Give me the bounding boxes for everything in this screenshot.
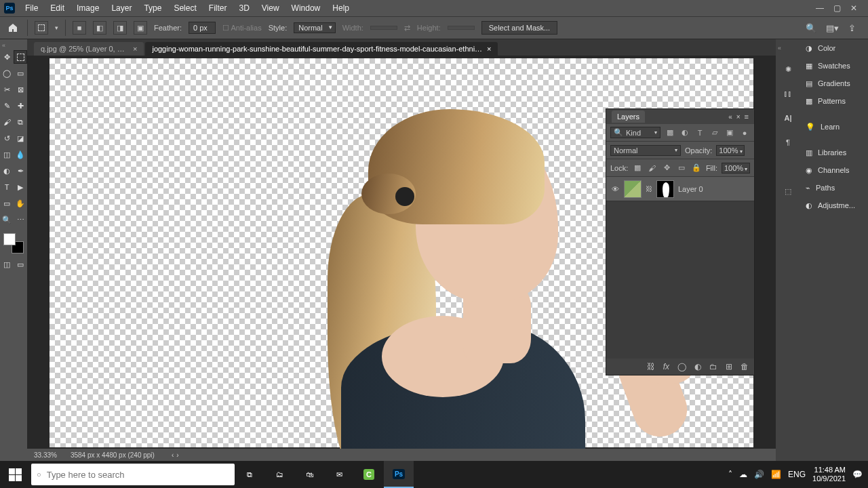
histogram-icon[interactable]: ⫿⫿ <box>781 87 795 100</box>
brush-tool-icon[interactable]: 🖌 <box>0 115 14 129</box>
new-group-icon[interactable]: 🗀 <box>709 362 717 371</box>
layer-fx-icon[interactable]: fx <box>663 362 669 371</box>
menu-file[interactable]: File <box>19 1 44 15</box>
status-prev-icon[interactable]: ‹ <box>172 451 174 459</box>
add-mask-icon[interactable]: ◯ <box>677 362 686 371</box>
rectangle-tool-icon[interactable]: ▭ <box>0 197 14 210</box>
lock-image-icon[interactable]: 🖌 <box>647 163 658 173</box>
menu-type[interactable]: Type <box>138 1 167 15</box>
taskbar-clock[interactable]: 11:48 AM 10/9/2021 <box>812 466 846 483</box>
home-icon[interactable] <box>5 20 20 35</box>
opacity-input[interactable]: 100% <box>716 145 745 156</box>
rectangular-marquee-tool-icon[interactable] <box>14 50 27 64</box>
layers-panel-titlebar[interactable]: Layers « × ≡ <box>606 109 754 124</box>
tray-onedrive-icon[interactable]: ☁ <box>739 470 747 479</box>
layer-mask-thumbnail[interactable] <box>656 180 674 198</box>
filter-toggle-icon[interactable]: ● <box>739 128 750 138</box>
panel-adjustments[interactable]: ◐Adjustme... <box>800 197 868 214</box>
layer-mask-link-icon[interactable]: ⛓ <box>646 185 652 192</box>
menu-select[interactable]: Select <box>167 1 202 15</box>
marquee-tool-preset-icon[interactable] <box>35 21 48 35</box>
search-icon[interactable]: 🔍 <box>806 23 816 33</box>
blend-mode-select[interactable]: Normal <box>610 145 681 156</box>
crop-tool-icon[interactable]: ✂ <box>0 83 14 96</box>
panel-libraries[interactable]: ▥Libraries <box>800 144 868 161</box>
eyedropper-tool-icon[interactable]: ✎ <box>0 99 14 113</box>
filter-smart-icon[interactable]: ▣ <box>724 128 735 138</box>
taskbar-app-mail-icon[interactable]: ✉ <box>324 461 354 488</box>
lasso-tool-icon[interactable]: ◯ <box>0 66 14 80</box>
filter-adjustment-icon[interactable]: ◐ <box>679 128 690 138</box>
tray-volume-icon[interactable]: 🔊 <box>754 470 764 479</box>
document-tab[interactable]: q.jpg @ 25% (Layer 0, RG... × <box>34 42 144 56</box>
quick-mask-icon[interactable]: ◫ <box>0 258 14 271</box>
new-layer-icon[interactable]: ⊞ <box>726 362 732 371</box>
status-next-icon[interactable]: › <box>176 451 178 459</box>
minimize-icon[interactable]: — <box>816 3 824 13</box>
maximize-icon[interactable]: ▢ <box>833 3 841 13</box>
lock-all-icon[interactable]: 🔒 <box>691 163 702 173</box>
filter-type-icon[interactable]: T <box>694 128 705 138</box>
arrange-documents-icon[interactable]: ▤▾ <box>826 23 839 33</box>
frame-tool-icon[interactable]: ⊠ <box>14 83 27 96</box>
menu-window[interactable]: Window <box>285 1 327 15</box>
taskbar-app-store-icon[interactable]: 🛍 <box>294 461 324 488</box>
tab-close-icon[interactable]: × <box>133 45 137 53</box>
menu-help[interactable]: Help <box>326 1 355 15</box>
layer-name[interactable]: Layer 0 <box>678 185 703 193</box>
menu-layer[interactable]: Layer <box>105 1 138 15</box>
link-layers-icon[interactable]: ⛓ <box>647 362 655 371</box>
selection-new-icon[interactable]: ■ <box>73 21 86 35</box>
tray-expand-icon[interactable]: ˄ <box>728 470 732 479</box>
tray-language[interactable]: ENG <box>788 470 806 479</box>
lock-transparency-icon[interactable]: ▩ <box>632 163 643 173</box>
delete-layer-icon[interactable]: 🗑 <box>741 362 749 371</box>
tab-close-icon[interactable]: × <box>487 45 491 53</box>
select-and-mask-button[interactable]: Select and Mask... <box>481 21 558 35</box>
taskbar-app-camtasia-icon[interactable]: C <box>354 461 384 488</box>
taskbar-app-explorer-icon[interactable]: 🗂 <box>264 461 294 488</box>
panel-color[interactable]: ◑Color <box>800 39 868 57</box>
panel-channels[interactable]: ◉Channels <box>800 161 868 179</box>
selection-intersect-icon[interactable]: ▣ <box>134 21 147 35</box>
layer-thumbnail[interactable] <box>624 180 642 198</box>
blur-tool-icon[interactable]: 💧 <box>14 148 27 161</box>
selection-subtract-icon[interactable]: ◨ <box>113 21 127 35</box>
type-tool-icon[interactable]: T <box>0 180 14 194</box>
tray-wifi-icon[interactable]: 📶 <box>771 470 781 479</box>
edit-toolbar-icon[interactable]: ⋯ <box>14 213 27 226</box>
adjustments-icon[interactable]: ✺ <box>781 62 795 76</box>
layer-filter-kind-select[interactable]: 🔍 Kind <box>610 127 660 138</box>
document-tab[interactable]: jogging-woman-running-park-sunshine-beau… <box>145 42 498 56</box>
menu-view[interactable]: View <box>256 1 285 15</box>
path-selection-tool-icon[interactable]: ▶ <box>14 180 27 194</box>
new-adjustment-icon[interactable]: ◐ <box>694 362 701 371</box>
menu-image[interactable]: Image <box>71 1 105 15</box>
taskbar-search-input[interactable] <box>47 470 229 480</box>
gradient-tool-icon[interactable]: ◫ <box>0 148 14 161</box>
object-selection-tool-icon[interactable]: ▭ <box>14 66 27 80</box>
panel-swatches[interactable]: ▦Swatches <box>800 57 868 75</box>
character-icon[interactable]: A| <box>781 111 795 125</box>
panel-close-icon[interactable]: × <box>736 113 741 121</box>
feather-input[interactable]: 0 px <box>189 22 216 34</box>
panel-learn[interactable]: 💡Learn <box>800 118 868 136</box>
layers-panel[interactable]: Layers « × ≡ 🔍 Kind ▩ ◐ T ▱ ▣ ● Normal O… <box>606 108 755 375</box>
clone-stamp-tool-icon[interactable]: ⧉ <box>14 115 27 129</box>
layer-visibility-icon[interactable]: 👁 <box>610 185 620 193</box>
hand-tool-icon[interactable]: ✋ <box>14 197 27 210</box>
paragraph-icon[interactable]: ¶ <box>781 136 795 149</box>
layer-row[interactable]: 👁 ⛓ Layer 0 <box>606 177 754 201</box>
close-icon[interactable]: ✕ <box>850 3 857 13</box>
lock-artboard-icon[interactable]: ▭ <box>676 163 687 173</box>
healing-brush-tool-icon[interactable]: ✚ <box>14 99 27 113</box>
panel-menu-icon[interactable]: ≡ <box>745 113 749 121</box>
start-button[interactable] <box>0 461 30 488</box>
panel-patterns[interactable]: ▩Patterns <box>800 92 868 110</box>
zoom-tool-icon[interactable]: 🔍 <box>0 213 14 226</box>
toolbox-expand-icon[interactable]: « <box>0 42 7 49</box>
selection-add-icon[interactable]: ◧ <box>93 21 106 35</box>
menu-3d[interactable]: 3D <box>233 1 255 15</box>
foreground-color-swatch[interactable] <box>3 233 16 245</box>
move-tool-icon[interactable]: ✥ <box>0 50 14 64</box>
